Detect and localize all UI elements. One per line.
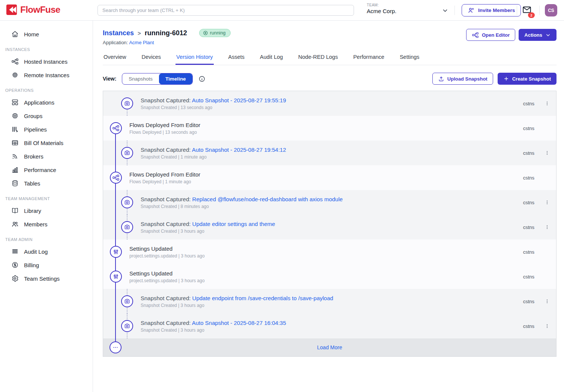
tab-version-history[interactable]: Version History: [176, 52, 214, 65]
timeline-user: cstns: [523, 175, 534, 181]
snapshot-link[interactable]: Auto Snapshot - 2025-08-27 19:55:19: [192, 97, 286, 103]
timeline-user: cstns: [523, 249, 534, 255]
flowfuse-logo[interactable]: FlowFuse: [6, 4, 60, 15]
kebab-menu-icon[interactable]: [544, 99, 550, 108]
sidebar-item-members[interactable]: Members: [0, 217, 93, 231]
sidebar-item-remote-instances[interactable]: Remote Instances: [0, 68, 93, 82]
load-more-row: Load More: [103, 338, 556, 356]
timeline-row: Flows Deployed From EditorFlows Deployed…: [103, 116, 556, 141]
chevron-down-icon[interactable]: [442, 7, 448, 14]
sidebar-item-label: Brokers: [24, 153, 44, 160]
sidebar-item-hosted-instances[interactable]: Hosted Instances: [0, 55, 93, 68]
timeline-title: Snapshot Captured: Update endpoint from …: [141, 295, 333, 301]
applications-icon: [11, 99, 19, 106]
sidebar-item-tables[interactable]: Tables: [0, 177, 93, 190]
actions-button[interactable]: Actions: [519, 29, 556, 41]
brokers-icon: [11, 153, 19, 160]
tab-assets[interactable]: Assets: [228, 52, 246, 65]
chevron-down-icon: [545, 32, 551, 38]
tables-icon: [11, 180, 19, 187]
sidebar-item-label: Applications: [24, 99, 54, 106]
open-editor-button[interactable]: Open Editor: [466, 29, 515, 41]
search-input[interactable]: [98, 5, 354, 16]
sidebar-item-label: Groups: [24, 113, 42, 119]
kebab-menu-icon[interactable]: [544, 322, 550, 331]
view-toggle-timeline[interactable]: Timeline: [159, 73, 192, 84]
logo-wordmark: FlowFuse: [20, 4, 60, 15]
tab-performance[interactable]: Performance: [352, 52, 385, 65]
sidebar-item-label: Library: [24, 208, 41, 214]
view-toggle-snapshots[interactable]: Snapshots: [122, 73, 159, 84]
event-title: Settings Updated: [129, 245, 172, 252]
view-label: View:: [103, 76, 116, 82]
timeline-meta: Snapshot Created | 8 minutes ago: [141, 204, 343, 209]
team-label: TEAM:: [367, 3, 396, 7]
sidebar-item-pipelines[interactable]: Pipelines: [0, 123, 93, 136]
load-more-link[interactable]: Load More: [317, 344, 342, 350]
sidebar-item-applications[interactable]: Applications: [0, 96, 93, 109]
create-snapshot-button[interactable]: Create Snapshot: [498, 73, 556, 85]
instance-name: running-6012: [145, 29, 187, 37]
sidebar-item-brokers[interactable]: Brokers: [0, 150, 93, 163]
timeline-row: Snapshot Captured: Update endpoint from …: [103, 289, 556, 314]
timeline-node: [121, 295, 133, 307]
info-icon[interactable]: [198, 75, 206, 82]
timeline-node: [110, 122, 122, 134]
create-snapshot-label: Create Snapshot: [512, 76, 551, 82]
notification-badge: 2: [528, 12, 535, 18]
groups-icon: [11, 112, 19, 120]
divider: [517, 6, 517, 15]
tab-devices[interactable]: Devices: [141, 52, 162, 65]
tab-settings[interactable]: Settings: [399, 52, 420, 65]
sidebar-item-home[interactable]: Home: [0, 27, 93, 41]
timeline-title: Flows Deployed From Editor: [129, 171, 200, 178]
upload-snapshot-button[interactable]: Upload Snapshot: [432, 73, 493, 85]
top-bar: FlowFuse TEAM: Acme Corp. Invite Members…: [0, 0, 564, 21]
tab-audit-log[interactable]: Audit Log: [259, 52, 284, 65]
kebab-menu-icon[interactable]: [544, 148, 550, 157]
timeline-user: cstns: [523, 274, 534, 280]
invite-members-button[interactable]: Invite Members: [462, 4, 521, 16]
team-selector[interactable]: TEAM: Acme Corp.: [367, 3, 396, 14]
tab-overview[interactable]: Overview: [103, 52, 127, 65]
timeline-meta: Flows Deployed | 1 minute ago: [129, 179, 200, 184]
user-avatar[interactable]: CS: [545, 4, 557, 16]
sidebar-item-audit-log[interactable]: Audit Log: [0, 245, 93, 258]
timeline-row: Snapshot Captured: Auto Snapshot - 2025-…: [103, 141, 556, 165]
timeline-row: Snapshot Captured: Replaced @flowfuse/no…: [103, 190, 556, 215]
snapshot-link[interactable]: Update editor settings and theme: [192, 221, 275, 227]
sidebar-item-groups[interactable]: Groups: [0, 109, 93, 123]
sidebar-item-bill-of-materials[interactable]: Bill Of Materials: [0, 136, 93, 150]
snapshot-link[interactable]: Auto Snapshot - 2025-08-27 16:04:35: [192, 320, 286, 326]
timeline-node: [121, 97, 133, 109]
event-title: Settings Updated: [129, 270, 172, 277]
sidebar-item-billing[interactable]: Billing: [0, 258, 93, 272]
tab-node-red-logs[interactable]: Node-RED Logs: [297, 52, 339, 65]
sidebar-item-performance[interactable]: Performance: [0, 163, 93, 177]
timeline-node: [121, 196, 133, 208]
event-title-prefix: Snapshot Captured:: [141, 196, 192, 202]
kebab-menu-placeholder: [544, 124, 550, 133]
breadcrumb-instances-link[interactable]: Instances: [103, 29, 134, 37]
kebab-menu-icon[interactable]: [544, 223, 550, 232]
sidebar-item-library[interactable]: Library: [0, 204, 93, 217]
timeline-node: [110, 271, 122, 283]
application-link[interactable]: Acme Plant: [129, 40, 154, 45]
event-title-prefix: Snapshot Captured:: [141, 97, 192, 103]
kebab-menu-icon[interactable]: [544, 297, 550, 306]
timeline-meta: Snapshot Created | 3 hours ago: [141, 303, 333, 308]
snapshot-link[interactable]: Update endpoint from /save-credentials t…: [192, 295, 333, 301]
timeline-meta: Snapshot Created | 1 minute ago: [141, 154, 286, 160]
kebab-menu-icon[interactable]: [544, 198, 550, 207]
sidebar-item-label: Performance: [24, 167, 56, 173]
timeline-ellipsis-node: [110, 341, 122, 353]
tab-bar: OverviewDevicesVersion HistoryAssetsAudi…: [103, 52, 556, 65]
timeline-title: Snapshot Captured: Replaced @flowfuse/no…: [141, 196, 343, 202]
sidebar-item-team-settings[interactable]: Team Settings: [0, 272, 93, 285]
timeline-node: [121, 221, 133, 233]
timeline-node: [110, 172, 122, 184]
snapshot-link[interactable]: Auto Snapshot - 2025-08-27 19:54:12: [192, 147, 286, 153]
timeline-node: [110, 246, 122, 258]
main-content: Instances > running-6012 running Applica…: [93, 21, 564, 392]
snapshot-link[interactable]: Replaced @flowfuse/node-red-dashboard wi…: [192, 196, 343, 202]
